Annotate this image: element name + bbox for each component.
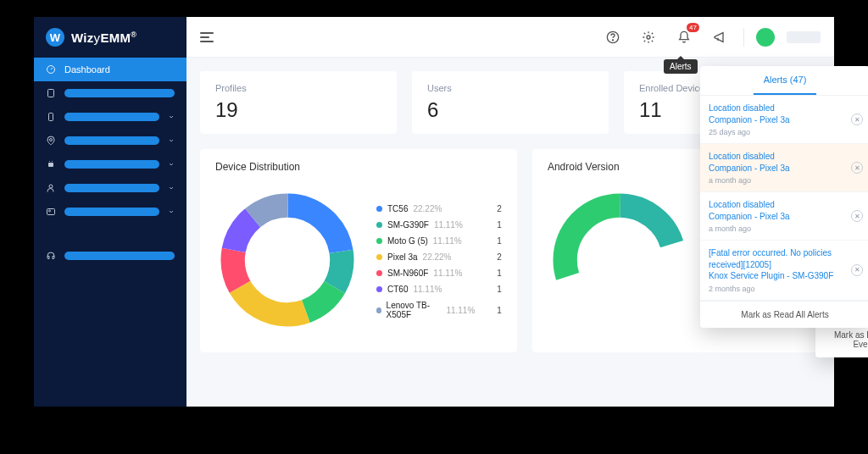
notification-item[interactable]: Location disabled Companion - Pixel 3a25…: [700, 96, 868, 144]
sidebar-item-dashboard[interactable]: Dashboard: [34, 58, 186, 81]
topbar-actions: 47 Alerts: [601, 25, 821, 49]
sidebar-item-support[interactable]: [34, 244, 186, 268]
legend-item[interactable]: Pixel 3a22.22%2: [376, 252, 502, 262]
legend-dot: [376, 307, 381, 313]
device-icon: [46, 112, 56, 122]
svg-rect-2: [49, 114, 53, 121]
notification-title: Location disabled Companion - Pixel 3a: [709, 199, 861, 222]
legend-dot: [376, 286, 382, 292]
legend-dot: [376, 206, 382, 212]
legend-item[interactable]: CT6011.11%1: [376, 285, 502, 294]
chevron-down-icon: [168, 161, 175, 168]
svg-point-11: [612, 39, 613, 40]
legend-dot: [376, 254, 382, 260]
legend-percent: 11.11%: [433, 269, 462, 278]
sidebar-item-3[interactable]: [34, 129, 186, 152]
chart-title: Device Distribution: [215, 161, 502, 173]
logo-icon: W: [46, 28, 64, 47]
sidebar-item-2[interactable]: [34, 105, 186, 129]
help-button[interactable]: [601, 25, 625, 49]
alerts-tooltip: Alerts: [664, 59, 698, 74]
notification-title: Location disabled Companion - Pixel 3a: [709, 151, 861, 174]
alerts-list: Location disabled Companion - Pixel 3a25…: [700, 96, 868, 301]
legend-name: CT60: [387, 285, 408, 294]
nav-label-placeholder: [64, 208, 159, 216]
svg-rect-8: [47, 209, 55, 215]
tab-alerts[interactable]: Alerts (47): [754, 66, 817, 95]
kpi-label: Profiles: [215, 83, 381, 93]
avatar[interactable]: [756, 28, 775, 47]
alerts-button[interactable]: 47 Alerts: [672, 25, 696, 49]
dismiss-button[interactable]: ✕: [851, 162, 863, 174]
announce-button[interactable]: [708, 25, 732, 49]
bell-icon: [677, 30, 691, 44]
svg-point-6: [52, 161, 53, 162]
kpi-value: 6: [427, 98, 593, 122]
help-icon: [606, 30, 620, 44]
image-icon: [46, 207, 56, 217]
kpi-label: Users: [427, 83, 593, 93]
nav-label-placeholder: [64, 252, 175, 260]
notification-title: [Fatal error occurred. No policies recei…: [709, 247, 861, 282]
svg-point-5: [49, 161, 50, 162]
sidebar-item-label: Dashboard: [64, 64, 110, 75]
logo-text: WizyEMM®: [71, 30, 136, 45]
panel-tabs: Alerts (47): [700, 66, 868, 96]
notification-time: a month ago: [709, 176, 861, 185]
mark-read-alerts-button[interactable]: Mark as Read All Alerts: [700, 302, 868, 328]
settings-button[interactable]: [637, 25, 660, 49]
nav-label-placeholder: [64, 136, 159, 145]
legend-item[interactable]: Lenovo TB-X505F11.11%1: [376, 301, 502, 319]
gauge-icon: [46, 64, 56, 75]
notification-time: a month ago: [709, 224, 861, 233]
svg-rect-4: [48, 163, 53, 167]
svg-point-12: [647, 36, 650, 39]
notification-item[interactable]: [Fatal error occurred. No policies recei…: [700, 241, 868, 301]
donut-chart-partial: [548, 188, 692, 335]
legend-count: 2: [480, 204, 502, 213]
dismiss-button[interactable]: ✕: [851, 264, 863, 276]
sidebar-item-4[interactable]: [34, 152, 186, 176]
legend-percent: 11.11%: [433, 236, 462, 246]
chart-legend: TC5622.22%2SM-G390F11.11%1Moto G (5)11.1…: [376, 204, 502, 319]
legend-name: Moto G (5): [387, 236, 428, 246]
legend-name: Lenovo TB-X505F: [387, 301, 442, 319]
device-distribution-card: Device Distribution TC5622.22%2SM-G390F1…: [200, 149, 517, 352]
legend-count: 1: [480, 285, 502, 294]
chevron-down-icon: [168, 208, 175, 215]
pin-icon: [46, 136, 56, 146]
app-frame: W WizyEMM® Dashboard: [34, 17, 834, 407]
sidebar-item-5[interactable]: [34, 176, 186, 200]
file-icon: [46, 88, 56, 98]
dismiss-button[interactable]: ✕: [851, 210, 863, 222]
dismiss-button[interactable]: ✕: [851, 114, 863, 125]
alert-badge: 47: [687, 23, 699, 32]
sidebar: W WizyEMM® Dashboard: [34, 17, 186, 407]
legend-count: 1: [480, 306, 502, 315]
legend-count: 1: [480, 220, 502, 230]
legend-percent: 11.11%: [446, 306, 475, 315]
legend-percent: 11.11%: [413, 285, 442, 294]
menu-toggle-button[interactable]: [200, 32, 214, 42]
chevron-down-icon: [168, 185, 175, 191]
users-icon: [46, 183, 56, 193]
legend-item[interactable]: Moto G (5)11.11%1: [376, 236, 502, 246]
notification-item[interactable]: Location disabled Companion - Pixel 3aa …: [700, 192, 868, 241]
nav-label-placeholder: [64, 113, 159, 121]
legend-item[interactable]: SM-N960F11.11%1: [376, 269, 502, 278]
nav-label-placeholder: [64, 89, 175, 97]
legend-count: 1: [480, 269, 502, 278]
notification-item[interactable]: Location disabled Companion - Pixel 3aa …: [700, 144, 868, 192]
sidebar-item-6[interactable]: [34, 200, 186, 224]
legend-dot: [376, 222, 382, 228]
legend-item[interactable]: TC5622.22%2: [376, 204, 502, 213]
logo[interactable]: W WizyEMM®: [34, 17, 186, 58]
legend-name: SM-G390F: [387, 220, 429, 230]
alerts-footer: Mark as Read All Alerts: [700, 301, 868, 328]
chevron-down-icon: [168, 114, 175, 120]
legend-item[interactable]: SM-G390F11.11%1: [376, 220, 502, 230]
legend-dot: [376, 238, 382, 244]
legend-name: TC56: [387, 204, 408, 213]
chevron-down-icon: [168, 137, 175, 144]
sidebar-item-1[interactable]: [34, 81, 186, 105]
